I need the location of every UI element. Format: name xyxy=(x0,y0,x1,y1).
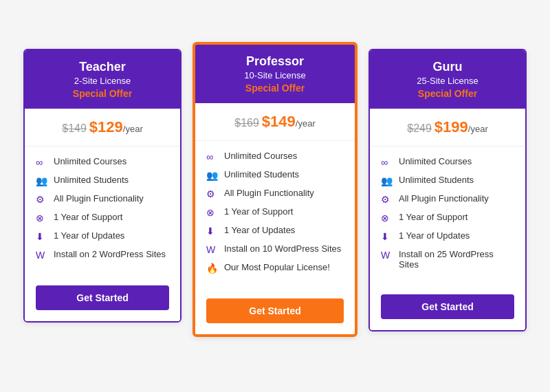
feature-text-guru-3: 1 Year of Support xyxy=(399,212,468,222)
feature-icon-teacher-3: ⊗ xyxy=(36,213,48,224)
feature-item-teacher-1: 👥Unlimited Students xyxy=(36,175,169,186)
feature-item-professor-2: ⚙All Plugin Functionality xyxy=(206,188,344,199)
get-started-button-teacher[interactable]: Get Started xyxy=(36,285,169,310)
feature-item-guru-4: ⬇1 Year of Updates xyxy=(381,230,514,242)
old-price-guru: $249 xyxy=(407,122,432,134)
feature-item-professor-3: ⊗1 Year of Support xyxy=(206,206,344,218)
feature-icon-guru-1: 👥 xyxy=(381,175,393,186)
plan-header-guru: Guru25-Site LicenseSpecial Offer xyxy=(370,50,525,109)
feature-text-professor-2: All Plugin Functionality xyxy=(224,188,314,198)
feature-icon-professor-1: 👥 xyxy=(206,170,219,181)
plan-offer-guru: Special Offer xyxy=(377,88,518,99)
plan-footer-guru: Get Started xyxy=(370,286,525,330)
feature-item-guru-1: 👥Unlimited Students xyxy=(381,175,514,186)
plan-header-professor: Professor10-Site LicenseSpecial Offer xyxy=(195,45,355,103)
feature-item-teacher-3: ⊗1 Year of Support xyxy=(36,212,169,224)
feature-icon-professor-3: ⊗ xyxy=(206,207,219,218)
feature-item-guru-3: ⊗1 Year of Support xyxy=(381,212,514,224)
feature-item-teacher-2: ⚙All Plugin Functionality xyxy=(36,193,169,205)
per-year-guru: /year xyxy=(468,124,488,134)
old-price-teacher: $149 xyxy=(62,122,87,134)
feature-item-guru-2: ⚙All Plugin Functionality xyxy=(381,193,514,205)
feature-text-guru-0: Unlimited Courses xyxy=(399,156,472,166)
plan-offer-teacher: Special Offer xyxy=(32,88,173,99)
plan-offer-professor: Special Offer xyxy=(202,83,348,94)
feature-item-professor-4: ⬇1 Year of Updates xyxy=(206,225,344,237)
feature-item-professor-6: 🔥Our Most Popular License! xyxy=(206,262,344,274)
feature-item-teacher-0: ∞Unlimited Courses xyxy=(36,156,169,168)
plan-pricing-professor: $169$149/year xyxy=(195,103,355,141)
plan-features-professor: ∞Unlimited Courses👥Unlimited Students⚙Al… xyxy=(195,141,355,290)
plan-name-professor: Professor xyxy=(202,54,348,69)
plan-name-teacher: Teacher xyxy=(32,60,173,74)
feature-icon-professor-2: ⚙ xyxy=(206,188,219,199)
plan-card-teacher: Teacher2-Site LicenseSpecial Offer$149$1… xyxy=(23,49,182,323)
feature-item-professor-0: ∞Unlimited Courses xyxy=(206,151,344,162)
new-price-professor: $149 xyxy=(262,113,296,130)
plan-header-teacher: Teacher2-Site LicenseSpecial Offer xyxy=(25,50,180,109)
feature-icon-teacher-5: W xyxy=(36,250,48,261)
new-price-guru: $199 xyxy=(434,118,468,135)
feature-item-professor-5: WInstall on 10 WordPress Sites xyxy=(206,243,344,255)
feature-text-professor-6: Our Most Popular License! xyxy=(224,262,330,272)
old-price-professor: $169 xyxy=(234,117,259,129)
feature-text-teacher-5: Install on 2 WordPress Sites xyxy=(54,249,166,259)
plan-features-guru: ∞Unlimited Courses👥Unlimited Students⚙Al… xyxy=(370,146,525,286)
feature-item-guru-0: ∞Unlimited Courses xyxy=(381,156,514,168)
feature-text-teacher-1: Unlimited Students xyxy=(54,175,129,185)
feature-text-teacher-3: 1 Year of Support xyxy=(54,212,122,222)
feature-icon-guru-0: ∞ xyxy=(381,157,393,168)
feature-item-teacher-4: ⬇1 Year of Updates xyxy=(36,230,169,242)
feature-text-guru-1: Unlimited Students xyxy=(399,175,474,185)
feature-text-professor-5: Install on 10 WordPress Sites xyxy=(224,243,341,254)
feature-text-professor-3: 1 Year of Support xyxy=(224,206,293,217)
feature-icon-teacher-1: 👥 xyxy=(36,175,48,186)
plan-license-professor: 10-Site License xyxy=(202,70,348,80)
per-year-teacher: /year xyxy=(123,124,143,134)
feature-item-teacher-5: WInstall on 2 WordPress Sites xyxy=(36,249,169,261)
plan-card-guru: Guru25-Site LicenseSpecial Offer$249$199… xyxy=(368,49,527,331)
plan-features-teacher: ∞Unlimited Courses👥Unlimited Students⚙Al… xyxy=(25,146,180,277)
plan-pricing-teacher: $149$129/year xyxy=(25,109,180,146)
plan-footer-professor: Get Started xyxy=(195,290,355,334)
feature-text-professor-1: Unlimited Students xyxy=(224,169,299,179)
per-year-professor: /year xyxy=(296,118,316,129)
plan-name-guru: Guru xyxy=(377,60,518,74)
get-started-button-guru[interactable]: Get Started xyxy=(381,294,514,319)
feature-icon-guru-4: ⬇ xyxy=(381,231,393,242)
feature-text-guru-2: All Plugin Functionality xyxy=(399,193,489,204)
feature-icon-professor-4: ⬇ xyxy=(206,226,219,237)
feature-icon-teacher-2: ⚙ xyxy=(36,194,48,205)
feature-text-teacher-2: All Plugin Functionality xyxy=(54,193,144,204)
feature-icon-professor-5: W xyxy=(206,244,219,255)
feature-icon-guru-5: W xyxy=(381,250,393,261)
plan-card-professor: Professor10-Site LicenseSpecial Offer$16… xyxy=(192,42,358,337)
feature-icon-guru-2: ⚙ xyxy=(381,194,393,205)
feature-icon-teacher-0: ∞ xyxy=(36,157,48,168)
feature-icon-guru-3: ⊗ xyxy=(381,213,393,224)
feature-text-professor-0: Unlimited Courses xyxy=(224,151,297,161)
feature-icon-professor-6: 🔥 xyxy=(206,263,219,274)
plan-license-teacher: 2-Site License xyxy=(32,76,173,86)
feature-item-guru-5: WInstall on 25 WordPress Sites xyxy=(381,249,514,270)
feature-text-teacher-0: Unlimited Courses xyxy=(54,156,126,166)
feature-icon-professor-0: ∞ xyxy=(206,151,219,162)
feature-item-professor-1: 👥Unlimited Students xyxy=(206,169,344,181)
feature-text-professor-4: 1 Year of Updates xyxy=(224,225,295,235)
feature-text-teacher-4: 1 Year of Updates xyxy=(54,230,124,241)
feature-text-guru-4: 1 Year of Updates xyxy=(399,230,470,241)
pricing-container: Teacher2-Site LicenseSpecial Offer$149$1… xyxy=(0,35,550,358)
feature-text-guru-5: Install on 25 WordPress Sites xyxy=(399,249,514,270)
get-started-button-professor[interactable]: Get Started xyxy=(206,298,344,323)
plan-license-guru: 25-Site License xyxy=(377,76,518,86)
feature-icon-teacher-4: ⬇ xyxy=(36,231,48,242)
plan-pricing-guru: $249$199/year xyxy=(370,109,525,146)
new-price-teacher: $129 xyxy=(89,118,123,135)
plan-footer-teacher: Get Started xyxy=(25,277,180,321)
